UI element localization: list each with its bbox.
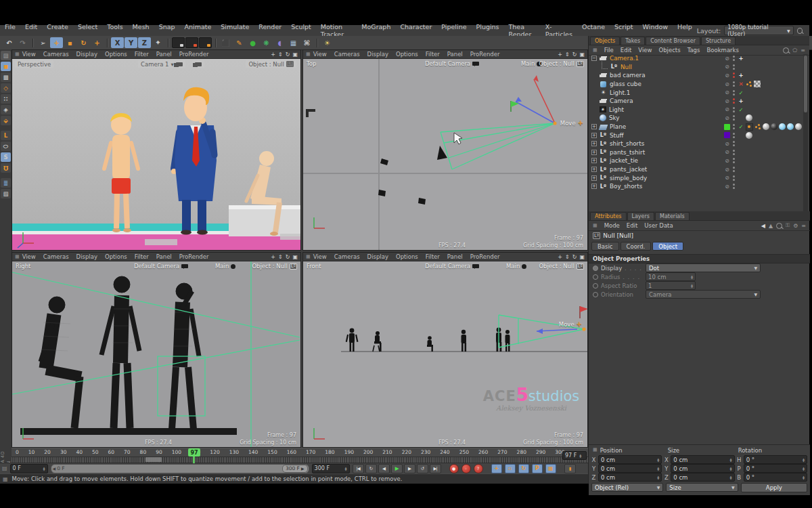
enable-axis-button[interactable]: L xyxy=(1,131,11,140)
current-frame-field[interactable]: 97 F▲▼ xyxy=(562,451,587,460)
attr-menu-edit[interactable]: Edit xyxy=(627,222,637,229)
lock-icon[interactable]: ⚿ xyxy=(786,222,790,229)
tab-materials[interactable]: Materials xyxy=(655,212,690,220)
viewport-menu-item[interactable]: Panel xyxy=(156,51,172,58)
material-tag-icon[interactable] xyxy=(746,132,752,139)
viewport-menu-item[interactable]: Display xyxy=(76,253,97,260)
x-axis-lock[interactable]: X xyxy=(111,37,124,48)
key-parameter-toggle[interactable]: P xyxy=(532,464,543,473)
texture-tag-icon[interactable] xyxy=(754,81,761,87)
light-button[interactable]: ☀ xyxy=(321,37,334,48)
panel-grid-icon[interactable]: ▦ xyxy=(306,51,311,57)
key-pla-toggle[interactable]: ▦ xyxy=(545,464,556,473)
pan-view-icon[interactable]: + xyxy=(271,51,275,58)
visibility-dots[interactable] xyxy=(733,175,735,181)
expand-icon[interactable]: + xyxy=(591,175,597,181)
layout-dropdown[interactable]: 1080p tutorial (User) ▼ xyxy=(724,26,793,35)
camera-selector[interactable]: Default Camera xyxy=(134,263,188,270)
panel-grid-icon[interactable]: ▦ xyxy=(306,254,311,259)
om-menu-tags[interactable]: Tags xyxy=(687,47,700,54)
viewport-top[interactable]: ▦ ViewCamerasDisplayOptionsFilterPanelPr… xyxy=(302,49,588,251)
tab-structure[interactable]: Structure xyxy=(701,37,736,45)
visibility-dots[interactable] xyxy=(733,72,735,78)
dolly-view-icon[interactable]: ⇕ xyxy=(565,254,570,260)
workplane-lock-button[interactable]: ▧ xyxy=(1,189,11,198)
object-row-sky[interactable]: Sky ⊘ xyxy=(589,114,804,123)
object-row-light[interactable]: ☀ Light ⊘✓ xyxy=(589,106,804,114)
subtab-object[interactable]: Object xyxy=(652,242,683,251)
key-rotation-toggle[interactable]: ↻ xyxy=(518,464,529,473)
object-label[interactable]: Null xyxy=(621,64,632,70)
viewport-menu-item[interactable]: ProRender xyxy=(470,253,500,260)
orbit-view-icon[interactable]: ↻ xyxy=(572,51,577,58)
viewport-menu-item[interactable]: Cameras xyxy=(334,51,360,58)
visibility-dots[interactable] xyxy=(733,184,735,189)
expand-icon[interactable]: + xyxy=(591,150,597,155)
magnet-snap-button[interactable]: Ω xyxy=(1,163,11,173)
om-menu-objects[interactable]: Objects xyxy=(659,47,681,54)
viewport-menu-item[interactable]: Panel xyxy=(156,253,172,260)
pan-view-icon[interactable]: + xyxy=(271,254,275,260)
collapse-icon[interactable]: − xyxy=(591,56,597,61)
om-menu-view[interactable]: View xyxy=(638,47,652,54)
visibility-dots[interactable] xyxy=(733,98,735,104)
enabled-icon[interactable]: ✓ xyxy=(738,89,744,96)
visibility-dots[interactable] xyxy=(733,56,735,61)
render-view-button[interactable] xyxy=(172,37,185,48)
undo-button[interactable]: ↶ xyxy=(3,37,16,48)
environment-button[interactable]: ▦ xyxy=(287,37,300,48)
layer-none-icon[interactable]: ⊘ xyxy=(724,106,730,112)
viewport-menu-item[interactable]: Display xyxy=(76,51,97,58)
playhead[interactable]: 97 xyxy=(188,448,200,457)
render-view-toggle[interactable]: Main xyxy=(506,263,526,270)
object-row-camera1[interactable]: − Camera.1 ⊘+ xyxy=(589,54,804,63)
add-cube-button[interactable]: ⬛ xyxy=(219,37,232,48)
object-label[interactable]: pants_tshirt xyxy=(610,149,645,156)
z-axis-lock[interactable]: Z xyxy=(138,37,151,48)
orbit-view-icon[interactable]: ↻ xyxy=(572,254,577,260)
render-picture-viewer-button[interactable] xyxy=(185,37,198,48)
viewport-menu-item[interactable]: Filter xyxy=(426,253,440,260)
expand-icon[interactable]: + xyxy=(591,158,597,163)
object-row-simple-body[interactable]: +Lº simple_body ⊘ xyxy=(589,173,804,182)
object-link-label[interactable]: Object : NullLº xyxy=(539,263,584,270)
render-settings-button[interactable] xyxy=(199,37,212,48)
history-up-icon[interactable]: ▲ xyxy=(769,223,773,229)
material-tag-icon[interactable] xyxy=(787,123,794,130)
viewport-solo-button[interactable]: ⬭ xyxy=(1,142,11,151)
xpresso-tag-icon[interactable] xyxy=(754,123,761,130)
viewport-menu-item[interactable]: Filter xyxy=(426,51,440,58)
tab-content-browser[interactable]: Content Browser xyxy=(646,37,700,45)
coord-mode-dropdown[interactable]: Object (Rel)▼ xyxy=(591,483,663,492)
slider-end-handle[interactable]: 300 F▶ xyxy=(282,465,308,473)
maximize-view-icon[interactable]: ▣ xyxy=(292,254,298,260)
viewport-name-label[interactable]: Top xyxy=(307,60,316,67)
filter-icon[interactable]: ≡ xyxy=(800,47,805,54)
viewport-menu-item[interactable]: View xyxy=(313,253,327,260)
last-tool[interactable]: + xyxy=(91,37,104,48)
material-tag-icon[interactable] xyxy=(795,123,802,130)
camera-selector[interactable]: Default Camera xyxy=(425,263,479,270)
scrollbar-thumb[interactable] xyxy=(804,56,807,112)
tab-objects[interactable]: Objects xyxy=(590,37,620,45)
object-row-bad-camera[interactable]: bad camera ⊘+ xyxy=(589,71,804,80)
keyframe-circle-icon[interactable] xyxy=(593,283,598,289)
om-menu-bookmarks[interactable]: Bookmarks xyxy=(706,47,739,54)
position-y-field[interactable]: 0 cm▲▼ xyxy=(598,464,662,473)
search-icon[interactable] xyxy=(783,47,789,54)
key-scale-toggle[interactable]: ▫ xyxy=(505,464,516,473)
panel-grid-icon[interactable]: ▦ xyxy=(593,447,597,454)
scale-tool[interactable]: ▪ xyxy=(64,37,76,48)
viewport-menu-item[interactable]: Filter xyxy=(135,51,149,58)
object-link-label[interactable]: Object : NullLº xyxy=(246,60,296,68)
character-solo-button[interactable]: ▮ xyxy=(564,464,576,473)
object-row-glass-cube[interactable]: glass cube ⊘✕ xyxy=(589,80,804,89)
expand-icon[interactable]: + xyxy=(591,141,597,146)
material-tag-icon[interactable] xyxy=(763,123,769,130)
size-x-field[interactable]: 0 cm▲▼ xyxy=(671,455,734,464)
model-mode-button[interactable]: ◼ xyxy=(1,62,11,71)
rotation-h-field[interactable]: 0 °▲▼ xyxy=(744,455,807,464)
object-row-jacket-tie[interactable]: +Lº jacket_tie ⊘ xyxy=(589,156,804,165)
panel-grid-icon[interactable]: ▦ xyxy=(15,254,20,259)
keyframe-circle-icon[interactable] xyxy=(593,266,598,271)
